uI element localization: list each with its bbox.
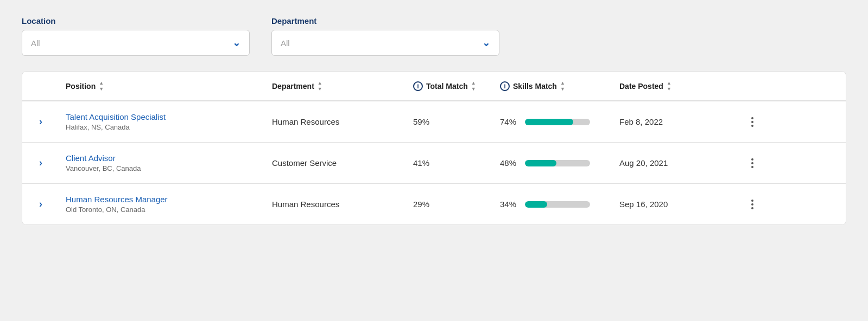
position-cell: Talent Acquisition Specialist Halifax, N… bbox=[66, 112, 272, 131]
skills-progress-fill bbox=[525, 201, 547, 208]
skills-progress-fill bbox=[525, 160, 556, 166]
dot-icon bbox=[751, 200, 753, 202]
skills-match-cell: 74% bbox=[500, 117, 619, 126]
location-chevron-icon: ⌄ bbox=[232, 37, 240, 49]
department-select[interactable]: All ⌄ bbox=[271, 30, 499, 56]
skills-match-cell: 34% bbox=[500, 200, 619, 209]
table-row: › Talent Acquisition Specialist Halifax,… bbox=[22, 101, 846, 143]
location-select[interactable]: All ⌄ bbox=[22, 30, 250, 56]
department-cell: Human Resources bbox=[272, 117, 413, 126]
jobs-table: Position ▲▼ Department ▲▼ i Total Match … bbox=[22, 71, 846, 225]
skills-match-value: 74% bbox=[500, 117, 519, 126]
column-date-posted-label: Date Posted bbox=[619, 82, 663, 91]
table-row: › Human Resources Manager Old Toronto, O… bbox=[22, 184, 846, 224]
column-total-match-label: Total Match bbox=[426, 82, 468, 91]
dot-icon bbox=[751, 158, 753, 160]
table-body: › Talent Acquisition Specialist Halifax,… bbox=[22, 101, 846, 224]
location-filter-group: Location All ⌄ bbox=[22, 16, 250, 56]
position-location: Halifax, NS, Canada bbox=[66, 123, 272, 131]
department-cell: Human Resources bbox=[272, 200, 413, 209]
department-cell: Customer Service bbox=[272, 158, 413, 168]
skills-progress-fill bbox=[525, 119, 573, 125]
location-filter-label: Location bbox=[22, 16, 250, 25]
position-title-link[interactable]: Human Resources Manager bbox=[66, 195, 272, 204]
department-sort-icon: ▲▼ bbox=[318, 80, 322, 92]
total-match-value: 41% bbox=[413, 158, 500, 168]
table-row: › Client Advisor Vancouver, BC, Canada C… bbox=[22, 143, 846, 184]
row-expand-button[interactable]: › bbox=[33, 114, 48, 130]
date-posted-value: Sep 16, 2020 bbox=[619, 200, 739, 209]
department-chevron-icon: ⌄ bbox=[482, 37, 490, 49]
column-header-date-posted[interactable]: Date Posted ▲▼ bbox=[619, 80, 739, 92]
column-department-label: Department bbox=[272, 82, 314, 91]
total-match-info-icon[interactable]: i bbox=[413, 81, 423, 91]
department-filter-group: Department All ⌄ bbox=[271, 16, 499, 56]
dot-icon bbox=[751, 166, 753, 168]
date-posted-sort-icon: ▲▼ bbox=[667, 80, 671, 92]
skills-progress-bar bbox=[525, 201, 590, 208]
department-filter-label: Department bbox=[271, 16, 499, 25]
skills-match-sort-icon: ▲▼ bbox=[560, 80, 565, 92]
location-select-value: All bbox=[31, 38, 40, 48]
skills-match-cell: 48% bbox=[500, 158, 619, 168]
dot-icon bbox=[751, 125, 753, 127]
column-header-position[interactable]: Position ▲▼ bbox=[66, 80, 272, 92]
column-header-department[interactable]: Department ▲▼ bbox=[272, 80, 413, 92]
skills-progress-bar bbox=[525, 160, 590, 166]
department-select-value: All bbox=[281, 38, 290, 48]
position-location: Old Toronto, ON, Canada bbox=[66, 206, 272, 214]
filters-section: Location All ⌄ Department All ⌄ bbox=[22, 16, 846, 56]
total-match-value: 29% bbox=[413, 200, 500, 209]
dot-icon bbox=[751, 203, 753, 206]
column-header-total-match[interactable]: i Total Match ▲▼ bbox=[413, 80, 500, 92]
position-title-link[interactable]: Talent Acquisition Specialist bbox=[66, 112, 272, 121]
position-sort-icon: ▲▼ bbox=[99, 80, 104, 92]
total-match-sort-icon: ▲▼ bbox=[471, 80, 476, 92]
skills-match-value: 48% bbox=[500, 158, 519, 168]
dot-icon bbox=[751, 162, 753, 164]
position-cell: Client Advisor Vancouver, BC, Canada bbox=[66, 153, 272, 172]
column-skills-match-label: Skills Match bbox=[513, 82, 557, 91]
position-cell: Human Resources Manager Old Toronto, ON,… bbox=[66, 195, 272, 214]
position-location: Vancouver, BC, Canada bbox=[66, 164, 272, 172]
position-title-link[interactable]: Client Advisor bbox=[66, 153, 272, 163]
row-expand-button[interactable]: › bbox=[33, 197, 48, 212]
row-more-button[interactable] bbox=[739, 156, 766, 170]
column-position-label: Position bbox=[66, 82, 96, 91]
date-posted-value: Feb 8, 2022 bbox=[619, 117, 739, 126]
dot-icon bbox=[751, 207, 753, 209]
row-more-button[interactable] bbox=[739, 115, 766, 129]
dot-icon bbox=[751, 121, 753, 123]
row-more-button[interactable] bbox=[739, 197, 766, 211]
skills-progress-bar bbox=[525, 119, 590, 125]
dot-icon bbox=[751, 117, 753, 119]
row-expand-button[interactable]: › bbox=[33, 156, 48, 171]
table-header: Position ▲▼ Department ▲▼ i Total Match … bbox=[22, 72, 846, 101]
date-posted-value: Aug 20, 2021 bbox=[619, 158, 739, 168]
column-header-skills-match[interactable]: i Skills Match ▲▼ bbox=[500, 80, 619, 92]
skills-match-info-icon[interactable]: i bbox=[500, 81, 510, 91]
skills-match-value: 34% bbox=[500, 200, 519, 209]
total-match-value: 59% bbox=[413, 117, 500, 126]
